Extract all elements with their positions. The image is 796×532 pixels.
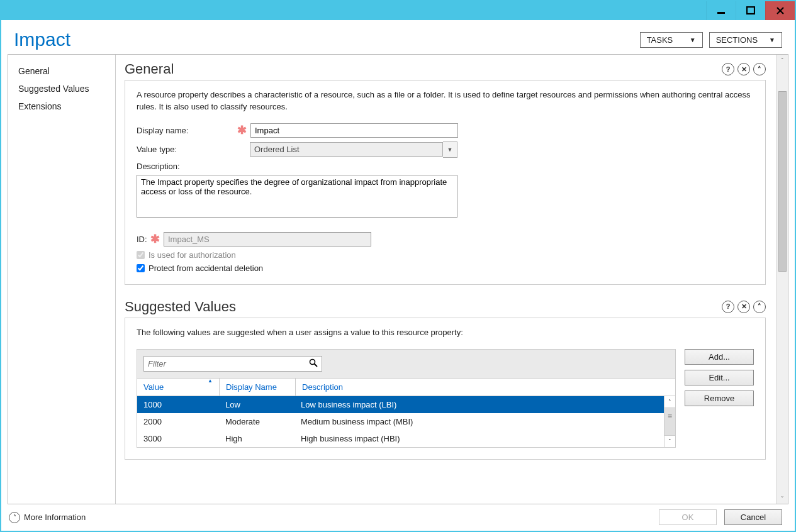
required-icon: ✱ bbox=[150, 232, 160, 246]
scroll-up-icon[interactable]: ˄ bbox=[664, 396, 675, 408]
list-scrollbar[interactable]: ˄ ≡ ˅ bbox=[664, 396, 675, 447]
general-panel: A resource property describes a characte… bbox=[125, 80, 766, 285]
content-scroll[interactable]: General ? ✕ ˄ A resource property descri… bbox=[116, 55, 788, 504]
table-header: Value ▲ Display Name Description bbox=[137, 379, 676, 396]
section-header-suggested: Suggested Values ? ✕ ˄ bbox=[125, 299, 766, 315]
svg-rect-0 bbox=[717, 12, 725, 14]
protect-checkbox[interactable] bbox=[137, 264, 145, 272]
general-description: A resource property describes a characte… bbox=[137, 89, 754, 113]
help-icon[interactable]: ? bbox=[722, 63, 734, 75]
suggested-buttons: Add... Edit... Remove bbox=[685, 349, 754, 406]
column-header-description[interactable]: Description bbox=[296, 379, 675, 396]
table-row[interactable]: 1000LowLow business impact (LBI) bbox=[137, 396, 664, 413]
description-row: Description: bbox=[137, 162, 754, 171]
cell-value: 1000 bbox=[137, 400, 219, 409]
id-input bbox=[164, 232, 371, 247]
page-header: Impact TASKS ▼ SECTIONS ▼ bbox=[8, 26, 788, 54]
description-textarea[interactable] bbox=[137, 175, 457, 218]
expand-icon: ˄ bbox=[9, 512, 20, 523]
column-header-display-name[interactable]: Display Name bbox=[220, 379, 296, 396]
authorization-checkbox bbox=[137, 251, 145, 259]
protect-label: Protect from accidental deletion bbox=[149, 263, 263, 273]
maximize-button[interactable] bbox=[736, 1, 765, 20]
value-type-select[interactable]: Ordered List ▼ bbox=[250, 141, 457, 158]
edit-button[interactable]: Edit... bbox=[685, 370, 754, 385]
close-section-icon[interactable]: ✕ bbox=[737, 301, 750, 313]
section-header-general: General ? ✕ ˄ bbox=[125, 61, 766, 77]
general-heading: General bbox=[125, 61, 174, 77]
footer: ˄ More Information OK Cancel bbox=[8, 504, 788, 526]
protect-checkbox-row: Protect from accidental deletion bbox=[137, 263, 754, 273]
required-icon: ✱ bbox=[237, 123, 247, 137]
sidebar: General Suggested Values Extensions bbox=[8, 55, 116, 504]
svg-point-4 bbox=[310, 359, 315, 364]
page-title: Impact bbox=[14, 29, 70, 50]
value-type-label: Value type: bbox=[137, 145, 237, 154]
collapse-icon[interactable]: ˄ bbox=[753, 301, 766, 313]
cell-value: 2000 bbox=[137, 417, 219, 426]
filter-field[interactable] bbox=[143, 356, 322, 372]
id-row: ID: ✱ bbox=[137, 232, 754, 247]
close-button[interactable] bbox=[765, 1, 795, 20]
sections-dropdown[interactable]: SECTIONS ▼ bbox=[709, 32, 782, 48]
search-icon[interactable] bbox=[309, 358, 318, 369]
authorization-label: Is used for authorization bbox=[149, 250, 236, 260]
collapse-icon[interactable]: ˄ bbox=[753, 63, 766, 75]
cell-description: Low business impact (LBI) bbox=[294, 400, 664, 409]
sidebar-item-extensions[interactable]: Extensions bbox=[8, 97, 115, 115]
scroll-track[interactable] bbox=[777, 65, 788, 493]
more-information-link[interactable]: ˄ More Information bbox=[9, 512, 86, 523]
tasks-dropdown[interactable]: TASKS ▼ bbox=[640, 32, 703, 48]
section-controls: ? ✕ ˄ bbox=[722, 301, 766, 313]
content-scrollbar[interactable]: ˄ ˅ bbox=[776, 55, 788, 504]
remove-button[interactable]: Remove bbox=[685, 391, 754, 406]
chevron-down-icon: ▼ bbox=[690, 36, 696, 43]
sidebar-item-suggested-values[interactable]: Suggested Values bbox=[8, 80, 115, 97]
ok-button: OK bbox=[659, 509, 717, 525]
display-name-row: Display name: ✱ bbox=[137, 123, 754, 138]
sidebar-item-general[interactable]: General bbox=[8, 62, 115, 80]
add-button[interactable]: Add... bbox=[685, 349, 754, 365]
sections-label: SECTIONS bbox=[716, 35, 758, 45]
header-buttons: TASKS ▼ SECTIONS ▼ bbox=[640, 32, 782, 48]
filter-toolbar bbox=[137, 349, 676, 379]
suggested-intro: The following values are suggested when … bbox=[137, 327, 754, 339]
client-area: Impact TASKS ▼ SECTIONS ▼ General Sugges… bbox=[1, 20, 795, 531]
more-information-label: More Information bbox=[24, 513, 86, 522]
scroll-up-icon[interactable]: ˄ bbox=[777, 55, 788, 65]
value-type-row: Value type: Ordered List ▼ bbox=[137, 141, 754, 158]
table-row[interactable]: 3000HighHigh business impact (HBI) bbox=[137, 430, 664, 447]
svg-rect-1 bbox=[747, 7, 754, 14]
chevron-down-icon: ▼ bbox=[769, 36, 775, 43]
scroll-down-icon[interactable]: ˅ bbox=[777, 493, 788, 504]
table-row[interactable]: 2000ModerateMedium business impact (MBI) bbox=[137, 413, 664, 430]
description-label: Description: bbox=[137, 162, 237, 171]
table-body: 1000LowLow business impact (LBI)2000Mode… bbox=[137, 396, 676, 448]
display-name-input[interactable] bbox=[250, 123, 458, 138]
scroll-down-icon[interactable]: ˅ bbox=[664, 435, 675, 447]
cell-description: Medium business impact (MBI) bbox=[294, 417, 664, 426]
help-icon[interactable]: ? bbox=[722, 301, 734, 313]
id-label: ID: bbox=[137, 235, 150, 244]
minimize-button[interactable] bbox=[706, 1, 736, 20]
scroll-thumb[interactable] bbox=[778, 91, 787, 272]
dropdown-arrow-icon[interactable]: ▼ bbox=[443, 141, 457, 158]
column-header-value[interactable]: Value ▲ bbox=[137, 379, 220, 396]
suggested-table-area: Value ▲ Display Name Description 1000Low… bbox=[137, 349, 676, 448]
body: General Suggested Values Extensions Gene… bbox=[8, 54, 788, 504]
content-wrapper: General ? ✕ ˄ A resource property descri… bbox=[116, 55, 788, 504]
close-section-icon[interactable]: ✕ bbox=[737, 63, 750, 75]
cell-description: High business impact (HBI) bbox=[294, 434, 664, 443]
cancel-button[interactable]: Cancel bbox=[724, 509, 782, 525]
sort-asc-icon: ▲ bbox=[208, 378, 213, 384]
filter-input[interactable] bbox=[148, 357, 309, 371]
cell-display-name: High bbox=[219, 434, 294, 443]
tasks-label: TASKS bbox=[647, 35, 673, 45]
value-type-value: Ordered List bbox=[250, 142, 443, 157]
footer-buttons: OK Cancel bbox=[659, 509, 782, 525]
suggested-panel: The following values are suggested when … bbox=[125, 318, 766, 460]
cell-value: 3000 bbox=[137, 434, 219, 443]
section-controls: ? ✕ ˄ bbox=[722, 63, 766, 75]
authorization-checkbox-row: Is used for authorization bbox=[137, 250, 754, 260]
scroll-thumb[interactable]: ≡ bbox=[664, 408, 675, 435]
